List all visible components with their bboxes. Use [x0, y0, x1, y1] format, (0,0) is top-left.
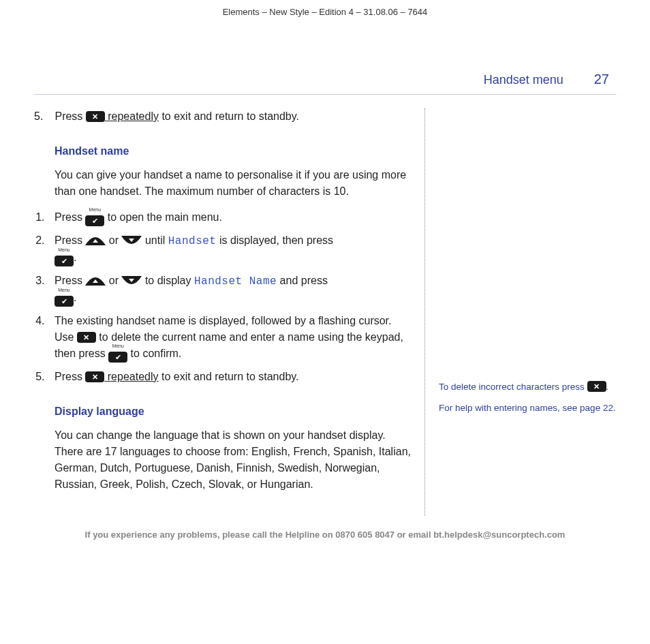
step-text: to confirm.	[127, 348, 181, 359]
lcd-text: Handset Name	[194, 275, 277, 288]
display-language-intro: You can change the language that is show…	[55, 427, 411, 493]
step-text: is displayed, then press	[216, 234, 333, 246]
step-text: to exit and return to standby.	[159, 371, 299, 382]
step-5: Press repeatedly to exit and return to s…	[48, 369, 411, 385]
step-text-underlined: repeatedly	[105, 110, 159, 122]
menu-key-icon: Menu	[108, 349, 127, 360]
up-key-icon	[85, 236, 106, 245]
x-key-icon	[86, 111, 105, 122]
step-text: until	[142, 234, 168, 246]
step-3: Press or to display Handset Name and pre…	[48, 273, 411, 306]
menu-key-icon: Menu	[55, 293, 74, 304]
page-number: 27	[594, 72, 609, 87]
sidebar-text: To delete incorrect characters press	[439, 382, 587, 392]
lcd-text: Handset	[168, 235, 217, 247]
page-footer: If you experience any problems, please c…	[34, 530, 616, 540]
steps-continuation: Press repeatedly to exit and return to s…	[34, 108, 411, 125]
x-key-icon	[85, 371, 104, 382]
sidebar: To delete incorrect characters press . F…	[439, 381, 616, 516]
step-text: to delete the current name and enter a n…	[55, 331, 403, 359]
print-header: Elements – New Style – Edition 4 – 31.08…	[34, 7, 616, 17]
step-1: Press Menu to open the main menu.	[48, 209, 411, 226]
subheading-handset-name: Handset name	[55, 145, 411, 157]
step-text: to display	[142, 275, 194, 286]
subheading-display-language: Display language	[55, 405, 411, 418]
menu-key-label: Menu	[55, 287, 74, 294]
step-text: or	[106, 234, 121, 246]
page: Elements – New Style – Edition 4 – 31.08…	[0, 0, 650, 560]
content-columns: Press repeatedly to exit and return to s…	[34, 108, 616, 516]
section-title: Handset menu	[484, 73, 563, 87]
step-text: and press	[277, 275, 328, 286]
main-column: Press repeatedly to exit and return to s…	[34, 108, 425, 516]
handset-name-intro: You can give your handset a name to pers…	[55, 167, 411, 200]
menu-key-label: Menu	[55, 247, 74, 254]
menu-key-label: Menu	[85, 206, 104, 214]
page-header: Handset menu 27	[34, 72, 616, 95]
step-text: Press	[55, 275, 85, 286]
up-key-icon	[85, 276, 106, 286]
x-key-icon	[77, 332, 96, 343]
step-text-underlined: repeatedly	[104, 371, 158, 382]
step-text: or	[106, 275, 121, 286]
handset-name-section: Handset name You can give your handset a…	[34, 145, 411, 200]
down-key-icon	[121, 276, 142, 286]
step-text: Press	[55, 110, 85, 122]
step-text: to open the main menu.	[104, 211, 222, 223]
sidebar-text: .	[606, 382, 609, 392]
step-2: Press or until Handset is displayed, the…	[48, 232, 411, 266]
step-text: Press	[55, 371, 85, 382]
step-text: Press	[55, 234, 85, 246]
step-text: to exit and return to standby.	[159, 110, 299, 122]
menu-key-icon: Menu	[55, 253, 74, 264]
menu-key-label: Menu	[108, 343, 127, 350]
sidebar-tip-delete: To delete incorrect characters press .	[439, 381, 616, 394]
down-key-icon	[121, 236, 142, 245]
step-text: Press	[55, 211, 85, 223]
x-key-icon	[587, 381, 606, 392]
step-4: The existing handset name is displayed, …	[48, 313, 411, 362]
menu-key-icon: Menu	[85, 213, 104, 224]
display-language-section: Display language You can change the lang…	[34, 405, 411, 493]
step-5-exit: Press repeatedly to exit and return to s…	[48, 108, 411, 125]
handset-name-steps: Press Menu to open the main menu. Press …	[34, 209, 411, 385]
sidebar-tip-help: For help with entering names, see page 2…	[439, 402, 616, 415]
